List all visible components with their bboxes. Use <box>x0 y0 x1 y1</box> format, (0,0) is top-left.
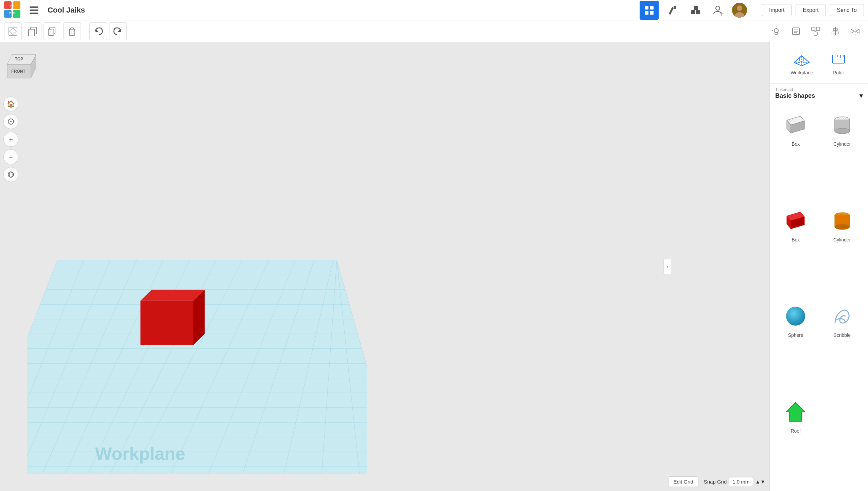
cylinder-gray-icon <box>829 111 856 139</box>
view-controls: 🏠 ＋ － <box>3 96 18 182</box>
cylinder-orange-icon <box>829 207 856 234</box>
home-view-button[interactable]: 🏠 <box>3 96 18 111</box>
toolbar-divider <box>85 24 85 38</box>
svg-point-122 <box>835 224 850 230</box>
main-content: TOP FRONT 🏠 ＋ － <box>0 42 868 491</box>
roof-green-icon <box>782 398 809 425</box>
sphere-blue-icon <box>782 303 809 330</box>
zoom-out-button[interactable]: － <box>3 149 18 164</box>
shapes-grid: Box <box>770 103 868 491</box>
svg-rect-47 <box>816 27 820 31</box>
toolbar <box>0 20 868 42</box>
copy-button[interactable] <box>24 22 41 40</box>
import-button[interactable]: Import <box>762 4 792 16</box>
fit-view-button[interactable] <box>3 114 18 129</box>
edit-grid-button[interactable]: Edit Grid <box>668 476 698 487</box>
perspective-button[interactable] <box>3 167 18 182</box>
svg-point-61 <box>10 121 12 122</box>
snap-arrows[interactable]: ▲▼ <box>755 479 765 485</box>
undo-button[interactable] <box>89 22 107 40</box>
light-button[interactable] <box>767 22 785 40</box>
scribble-icon <box>829 303 856 330</box>
shape-box-red-label: Box <box>792 237 800 242</box>
bottom-controls: Edit Grid Snap Grid 1.0 mm ▲▼ <box>668 476 765 487</box>
ruler-action[interactable]: Ruler <box>824 48 853 78</box>
shape-cylinder-orange[interactable]: Cylinder <box>819 202 866 297</box>
library-sub-label: Tinkercad <box>775 87 863 92</box>
svg-rect-102 <box>832 55 845 63</box>
svg-rect-23 <box>9 27 17 35</box>
svg-rect-46 <box>812 27 815 31</box>
new-shape-button[interactable] <box>4 22 22 40</box>
svg-point-62 <box>8 172 14 177</box>
panel-toggle-button[interactable]: › <box>663 259 671 274</box>
delete-button[interactable] <box>63 22 81 40</box>
workplane-action-label: Workplane <box>791 70 813 75</box>
group-button[interactable] <box>807 22 824 40</box>
svg-point-63 <box>10 172 12 177</box>
box-gray-icon <box>782 111 809 139</box>
menu-button[interactable] <box>24 1 44 20</box>
library-selector[interactable]: Basic Shapes ▾ <box>775 92 863 99</box>
svg-text:TIN: TIN <box>10 4 15 7</box>
svg-point-17 <box>716 6 720 10</box>
tinkercad-logo[interactable]: TIN KER <box>4 1 20 19</box>
svg-rect-48 <box>814 32 817 35</box>
redo-button[interactable] <box>109 22 127 40</box>
shape-box-red[interactable]: Box <box>772 202 819 297</box>
svg-rect-31 <box>71 28 73 29</box>
svg-point-114 <box>835 128 850 134</box>
user-avatar[interactable] <box>732 3 747 18</box>
app-title: Cool Jaiks <box>48 6 358 15</box>
svg-rect-8 <box>30 13 38 14</box>
build-button[interactable] <box>663 1 682 20</box>
svg-rect-9 <box>645 6 648 10</box>
svg-rect-12 <box>650 11 654 15</box>
add-user-button[interactable] <box>709 1 728 20</box>
svg-rect-16 <box>694 6 698 10</box>
top-bar: TIN KER Cool Jaiks <box>0 0 868 20</box>
grid-view-button[interactable] <box>640 1 659 20</box>
shape-sphere-blue[interactable]: Sphere <box>772 297 819 393</box>
svg-rect-10 <box>650 6 654 10</box>
workplane-action[interactable]: Workplane <box>785 48 819 78</box>
shape-roof-green[interactable]: Roof <box>772 393 819 489</box>
svg-marker-126 <box>786 402 805 421</box>
snap-grid-label: Snap Grid <box>704 479 727 485</box>
snap-value-display[interactable]: 1.0 mm <box>729 477 753 486</box>
box-red-icon <box>782 207 809 234</box>
shape-roof-green-label: Roof <box>791 428 801 434</box>
view-cube[interactable]: TOP FRONT <box>5 48 43 85</box>
shape-scribble-label: Scribble <box>833 332 851 338</box>
cube-top-label: TOP <box>15 57 23 61</box>
svg-rect-13 <box>674 6 676 9</box>
shape-box-gray-label: Box <box>792 141 800 147</box>
svg-marker-95 <box>140 301 193 345</box>
mirror-button[interactable] <box>846 22 864 40</box>
snap-grid: Snap Grid 1.0 mm ▲▼ <box>704 477 765 486</box>
shape-scribble[interactable]: Scribble <box>819 297 866 393</box>
duplicate-button[interactable] <box>44 22 61 40</box>
panel-library-header: Tinkercad Basic Shapes ▾ <box>770 84 868 103</box>
shape-box-gray[interactable]: Box <box>772 106 819 202</box>
align-button[interactable] <box>827 22 844 40</box>
svg-rect-41 <box>775 33 778 34</box>
blocks-button[interactable] <box>686 1 705 20</box>
svg-rect-28 <box>51 29 54 35</box>
shape-sphere-blue-label: Sphere <box>788 332 803 338</box>
shape-cylinder-gray[interactable]: Cylinder <box>819 106 866 202</box>
zoom-in-button[interactable]: ＋ <box>3 132 18 147</box>
svg-point-36 <box>774 29 778 33</box>
cube-front-label: FRONT <box>11 69 25 74</box>
shape-cylinder-gray-label: Cylinder <box>833 141 851 147</box>
right-panel: Workplane Ruler Tinkercad Bas <box>769 42 868 491</box>
svg-marker-55 <box>851 29 854 33</box>
library-name: Basic Shapes <box>775 92 815 99</box>
workplane-grid[interactable] <box>27 260 367 474</box>
workplane-icon <box>793 50 811 68</box>
send-to-button[interactable]: Send To <box>830 4 864 16</box>
note-button[interactable] <box>787 22 805 40</box>
export-button[interactable]: Export <box>796 4 826 16</box>
svg-rect-15 <box>696 10 700 14</box>
canvas-area[interactable]: TOP FRONT 🏠 ＋ － <box>0 42 769 491</box>
